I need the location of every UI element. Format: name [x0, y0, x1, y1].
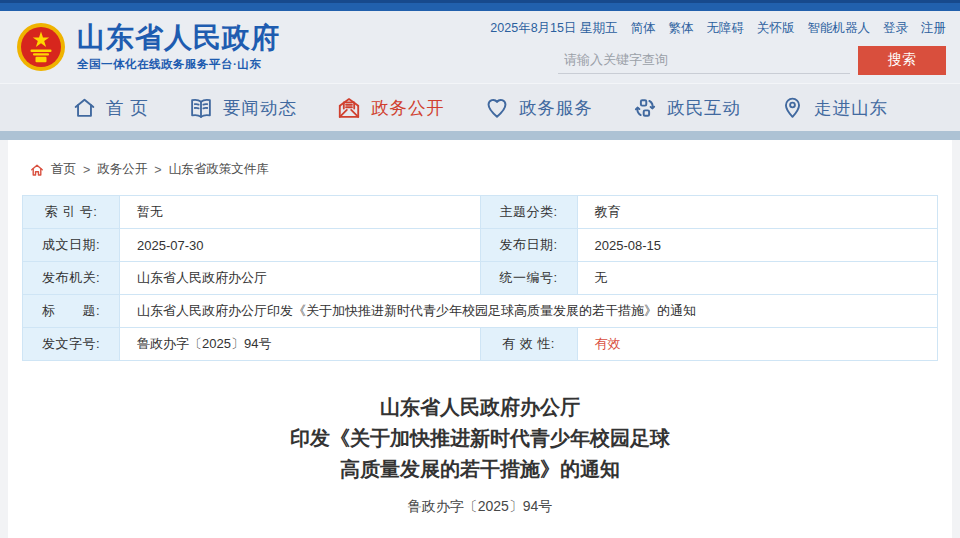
document-title-line: 印发《关于加快推进新时代青少年校园足球	[8, 423, 952, 454]
top-blue-bar	[0, 0, 960, 11]
location-pin-icon	[780, 95, 805, 120]
site-brand-text: 山东省人民政府 全国一体化在线政务服务平台·山东	[77, 23, 280, 72]
link-accessibility[interactable]: 无障碍	[707, 20, 745, 37]
table-row: 发文字号: 鲁政办字〔2025〕94号 有 效 性: 有效	[23, 328, 938, 361]
site-subtitle: 全国一体化在线政务服务平台·山东	[77, 57, 280, 72]
breadcrumb-item-policy-library[interactable]: 山东省政策文件库	[169, 161, 269, 178]
link-care-edition[interactable]: 关怀版	[757, 20, 795, 37]
meta-value-title: 山东省人民政府办公厅印发《关于加快推进新时代青少年校园足球高质量发展的若干措施》…	[120, 295, 938, 328]
search-input[interactable]	[558, 46, 850, 74]
current-date: 2025年8月15日 星期五	[490, 20, 617, 37]
main-nav: 首 页 要闻动态 政务公开 政务服	[0, 84, 960, 131]
table-row: 索 引 号: 暂无 主题分类: 教育	[23, 196, 938, 229]
nav-item-about-shandong[interactable]: 走进山东	[780, 95, 888, 120]
meta-value-written-date: 2025-07-30	[120, 229, 481, 262]
link-simplified-chinese[interactable]: 简体	[631, 20, 656, 37]
link-smart-robot[interactable]: 智能机器人	[808, 20, 871, 37]
document-number: 鲁政办字〔2025〕94号	[8, 498, 952, 516]
nav-item-label: 要闻动态	[223, 96, 297, 120]
meta-value-topic-category: 教育	[577, 196, 938, 229]
table-row: 发布机关: 山东省人民政府办公厅 统一编号: 无	[23, 262, 938, 295]
breadcrumb: 首页 > 政务公开 > 山东省政策文件库	[8, 140, 952, 178]
site-title: 山东省人民政府	[77, 23, 280, 53]
news-book-icon	[188, 95, 214, 121]
open-mail-icon	[336, 95, 362, 121]
document-title-line: 高质量发展的若干措施》的通知	[8, 454, 952, 485]
nav-item-gov-disclosure[interactable]: 政务公开	[336, 95, 445, 121]
nav-bottom-strip	[0, 131, 960, 140]
meta-label-written-date: 成文日期:	[23, 229, 120, 262]
meta-label-index-number: 索 引 号:	[23, 196, 120, 229]
breadcrumb-item-gov-disclosure[interactable]: 政务公开	[97, 161, 147, 178]
breadcrumb-home-icon	[30, 163, 44, 177]
meta-value-unified-number: 无	[577, 262, 938, 295]
meta-label-title: 标 题:	[23, 295, 120, 328]
nav-item-label: 首 页	[106, 96, 149, 120]
meta-value-issuing-agency: 山东省人民政府办公厅	[120, 262, 481, 295]
nav-item-public-interaction[interactable]: 政民互动	[632, 95, 741, 121]
breadcrumb-item-home[interactable]: 首页	[51, 161, 76, 178]
link-traditional-chinese[interactable]: 繁体	[669, 20, 694, 37]
meta-value-publish-date: 2025-08-15	[577, 229, 938, 262]
meta-label-issuing-agency: 发布机关:	[23, 262, 120, 295]
nav-item-label: 政务服务	[519, 96, 593, 120]
meta-label-unified-number: 统一编号:	[480, 262, 577, 295]
link-login[interactable]: 登录	[883, 20, 908, 37]
document-title: 山东省人民政府办公厅 印发《关于加快推进新时代青少年校园足球 高质量发展的若干措…	[8, 392, 952, 485]
site-brand[interactable]: 山东省人民政府 全国一体化在线政务服务平台·山东	[16, 22, 280, 72]
header-top-links: 2025年8月15日 星期五 简体 繁体 无障碍 关怀版 智能机器人 登录 注册	[490, 20, 946, 37]
breadcrumb-separator: >	[83, 163, 90, 177]
nav-item-gov-services[interactable]: 政务服务	[484, 95, 593, 121]
meta-value-doc-number: 鲁政办字〔2025〕94号	[120, 328, 481, 361]
heart-icon	[484, 95, 510, 121]
document-title-line: 山东省人民政府办公厅	[8, 392, 952, 423]
nav-item-label: 走进山东	[814, 96, 888, 120]
table-row: 标 题: 山东省人民政府办公厅印发《关于加快推进新时代青少年校园足球高质量发展的…	[23, 295, 938, 328]
interaction-cycle-icon	[632, 95, 658, 121]
search-button[interactable]: 搜索	[858, 46, 946, 75]
meta-value-index-number: 暂无	[120, 196, 481, 229]
home-icon	[72, 95, 97, 120]
meta-label-topic-category: 主题分类:	[480, 196, 577, 229]
nav-item-news[interactable]: 要闻动态	[188, 95, 297, 121]
table-row: 成文日期: 2025-07-30 发布日期: 2025-08-15	[23, 229, 938, 262]
nav-item-home[interactable]: 首 页	[72, 95, 149, 120]
meta-value-validity: 有效	[577, 328, 938, 361]
search-bar: 搜索	[558, 46, 946, 75]
breadcrumb-separator: >	[154, 163, 161, 177]
nav-item-label: 政务公开	[371, 96, 445, 120]
meta-label-doc-number: 发文字号:	[23, 328, 120, 361]
meta-label-validity: 有 效 性:	[480, 328, 577, 361]
nav-item-label: 政民互动	[667, 96, 741, 120]
meta-label-publish-date: 发布日期:	[480, 229, 577, 262]
content-card: 首页 > 政务公开 > 山东省政策文件库 索 引 号: 暂无 主题分类: 教育 …	[8, 140, 952, 538]
national-emblem-icon	[16, 22, 66, 72]
header-right: 2025年8月15日 星期五 简体 繁体 无障碍 关怀版 智能机器人 登录 注册…	[490, 20, 946, 75]
site-header: 山东省人民政府 全国一体化在线政务服务平台·山东 2025年8月15日 星期五 …	[0, 11, 960, 84]
link-register[interactable]: 注册	[921, 20, 946, 37]
document-meta-table: 索 引 号: 暂无 主题分类: 教育 成文日期: 2025-07-30 发布日期…	[22, 195, 938, 361]
